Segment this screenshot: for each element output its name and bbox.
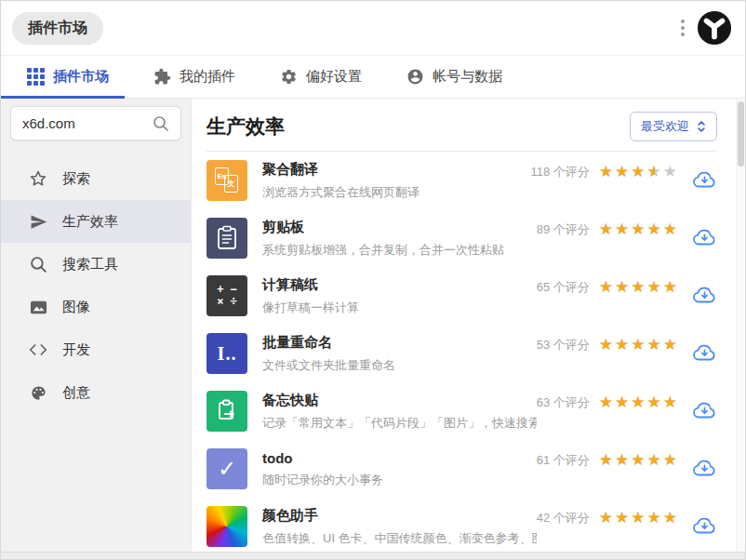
tab-preferences[interactable]: 偏好设置: [280, 68, 362, 86]
translate-page-cn: 文: [224, 175, 238, 193]
plugin-icon-memo: [206, 391, 247, 432]
rating-count: 42 个评分: [537, 510, 590, 527]
plugin-name: todo: [262, 450, 537, 466]
sidebar-item-creative[interactable]: 创意: [1, 371, 191, 414]
kebab-menu-icon[interactable]: [677, 16, 688, 40]
plugin-description: 浏览器方式聚合在线网页翻译: [262, 184, 530, 201]
vertical-scrollbar[interactable]: [736, 99, 745, 552]
download-button[interactable]: [692, 400, 717, 423]
sort-label: 最受欢迎: [641, 118, 689, 135]
sidebar-item-image[interactable]: 图像: [1, 286, 191, 328]
header-actions: [677, 10, 732, 46]
sidebar-item-label: 生产效率: [62, 213, 118, 231]
sort-dropdown[interactable]: 最受欢迎: [630, 112, 717, 141]
download-button[interactable]: [692, 458, 717, 481]
scrollbar-thumb[interactable]: [738, 101, 744, 167]
search-icon[interactable]: [153, 115, 169, 132]
plugin-description: 随时记录你的大小事务: [262, 472, 537, 488]
cloud-download-icon: [692, 515, 717, 536]
cloud-download-icon: [692, 227, 717, 247]
plugin-row-clipboard[interactable]: 剪贴板 系统剪贴板增强，合并复制，合并一次性粘贴 89 个评分 ★★★★★ ★★…: [206, 209, 717, 267]
download-button[interactable]: [692, 342, 717, 366]
cloud-download-icon: [692, 285, 717, 305]
sidebar-item-explore[interactable]: 探索: [1, 157, 191, 200]
plugin-description: 记录「常用文本」「代码片段」「图片」，快速搜索定位，回车粘贴: [262, 415, 537, 432]
sidebar-item-label: 探索: [62, 170, 90, 188]
plugin-row-color[interactable]: 颜色助手 色值转换、UI 色卡、中国传统颜色、渐变色参考、图片颜色提取 42 个…: [206, 498, 717, 555]
sidebar-item-develop[interactable]: 开发: [1, 328, 191, 371]
sidebar-item-search-tools[interactable]: 搜索工具: [1, 243, 191, 286]
header: 插件市场: [1, 1, 745, 55]
plugin-icon-todo: ✓: [206, 448, 247, 489]
tab-label: 偏好设置: [306, 68, 362, 86]
plugin-name: 备忘快贴: [262, 392, 537, 409]
tab-label: 插件市场: [53, 68, 109, 86]
main-header: 生产效率 最受欢迎: [206, 112, 717, 141]
sidebar-search[interactable]: [10, 106, 181, 140]
search-input[interactable]: [22, 115, 143, 131]
plugin-description: 文件或文件夹批量重命名: [262, 357, 537, 374]
plugin-row-todo[interactable]: ✓ todo 随时记录你的大小事务 61 个评分 ★★★★★ ★★★★★: [206, 440, 717, 498]
rating-count: 61 个评分: [537, 452, 590, 469]
plugin-icon-colorwheel: [206, 506, 247, 547]
page-title: 生产效率: [206, 112, 285, 141]
star-rating: ★★★★★ ★★★★★: [599, 337, 679, 353]
plugin-description: 色值转换、UI 色卡、中国传统颜色、渐变色参考、图片颜色提取: [262, 530, 537, 547]
tab-my-plugins[interactable]: 我的插件: [153, 68, 235, 86]
download-button[interactable]: [692, 285, 717, 308]
plugin-icon-calc: + − × ÷: [206, 275, 247, 316]
tab-label: 我的插件: [180, 68, 235, 86]
tab-account-data[interactable]: 帐号与数据: [406, 68, 502, 86]
cloud-download-icon: [692, 169, 717, 190]
plugin-row-calc[interactable]: + − × ÷ 计算稿纸 像打草稿一样计算 65 个评分 ★★★★★ ★★★★★: [206, 267, 717, 325]
plugin-name: 计算稿纸: [262, 276, 537, 294]
sidebar-item-productivity[interactable]: 生产效率: [1, 200, 191, 243]
plugin-row-memo[interactable]: 备忘快贴 记录「常用文本」「代码片段」「图片」，快速搜索定位，回车粘贴 63 个…: [206, 382, 717, 440]
grid-icon: [27, 68, 45, 86]
sidebar-item-label: 创意: [62, 384, 90, 402]
puzzle-icon: [153, 68, 171, 86]
sidebar-item-label: 图像: [62, 299, 90, 316]
window-bottom-edge: [1, 552, 745, 559]
code-icon: [29, 340, 47, 359]
rating-count: 118 个评分: [530, 164, 589, 180]
cloud-download-icon: [692, 400, 717, 420]
memo-glyph: [214, 398, 240, 424]
gear-icon: [280, 68, 298, 86]
star-rating: ★★★★★ ★★★★★: [599, 164, 679, 180]
star-rating: ★★★★★ ★★★★★: [599, 279, 679, 296]
tab-bar: 插件市场 我的插件 偏好设置 帐号与数据: [1, 55, 745, 99]
download-button[interactable]: [692, 169, 717, 193]
content: 探索 生产效率 搜索工具: [1, 99, 745, 552]
user-icon: [406, 68, 424, 86]
download-button[interactable]: [692, 227, 717, 250]
app-title-badge: 插件市场: [12, 12, 103, 45]
clipboard-glyph: [215, 225, 239, 251]
tab-plugin-market[interactable]: 插件市场: [27, 68, 109, 86]
rating-count: 53 个评分: [537, 337, 590, 353]
cloud-download-icon: [692, 342, 717, 363]
tab-label: 帐号与数据: [433, 68, 502, 86]
plugin-name: 批量重命名: [262, 334, 537, 352]
download-button[interactable]: [692, 515, 717, 539]
plugin-description: 像打草稿一样计算: [262, 300, 537, 316]
plugin-row-rename[interactable]: I.. 批量重命名 文件或文件夹批量重命名 53 个评分 ★★★★★ ★★★★★: [206, 325, 717, 382]
app-window: 插件市场 插件市场: [0, 0, 746, 560]
rename-glyph: I..: [218, 343, 237, 365]
calc-glyph: + − × ÷: [217, 284, 237, 308]
sidebar: 探索 生产效率 搜索工具: [1, 99, 192, 552]
sidebar-item-label: 开发: [62, 341, 90, 359]
image-icon: [29, 298, 47, 316]
sort-chevrons-icon: [697, 119, 706, 134]
main-panel: 生产效率 最受欢迎 En 文: [192, 99, 745, 552]
sidebar-nav: 探索 生产效率 搜索工具: [1, 157, 191, 414]
utools-logo-icon[interactable]: [697, 10, 732, 46]
plugin-list: En 文 聚合翻译 浏览器方式聚合在线网页翻译 118 个评分 ★★★★★ ★★…: [206, 152, 717, 555]
plugin-name: 剪贴板: [262, 219, 537, 236]
rating-count: 63 个评分: [537, 394, 590, 411]
plugin-row-translate[interactable]: En 文 聚合翻译 浏览器方式聚合在线网页翻译 118 个评分 ★★★★★ ★★…: [206, 152, 717, 209]
paper-plane-icon: [29, 212, 47, 231]
star-rating: ★★★★★ ★★★★★: [599, 510, 679, 527]
plugin-icon-rename: I..: [206, 333, 247, 374]
star-icon: [29, 169, 47, 188]
